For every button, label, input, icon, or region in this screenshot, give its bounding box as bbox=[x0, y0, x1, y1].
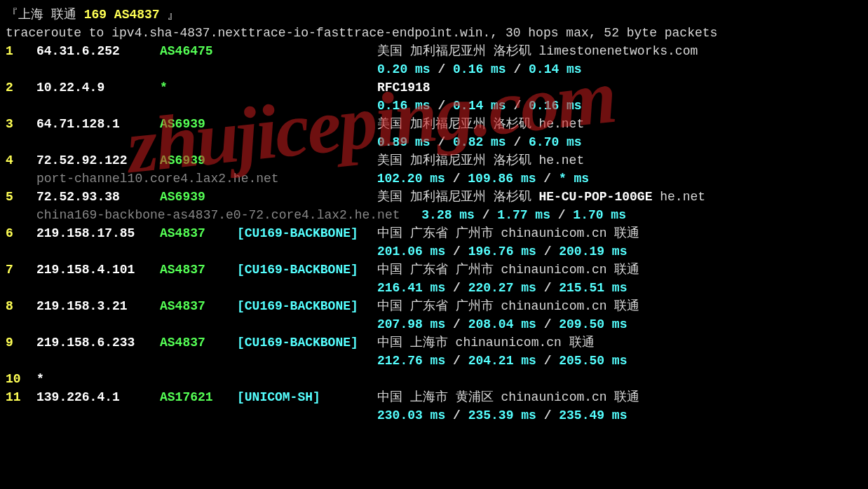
hop-latency: 209.50 ms bbox=[559, 317, 627, 331]
hop-latency: 205.50 ms bbox=[559, 354, 627, 368]
hop-number: 9 bbox=[6, 333, 36, 352]
hop-rfc: RFC1918 bbox=[377, 81, 430, 95]
hop-timing: 207.98 ms / 208.04 ms / 209.50 ms bbox=[377, 315, 627, 333]
hop-row: 8219.158.3.21AS4837[CU169-BACKBONE]中国 广东… bbox=[6, 297, 862, 315]
hop-latency: 1.77 ms bbox=[497, 208, 550, 222]
hop-location: 美国 加利福尼亚州 洛杉矶 bbox=[377, 153, 531, 167]
hop-row: 9219.158.6.233AS4837[CU169-BACKBONE]中国 上… bbox=[6, 333, 862, 352]
latency-separator: / bbox=[506, 99, 529, 113]
latency-separator: / bbox=[475, 208, 497, 222]
hop-link: limestonenetworks.com bbox=[531, 44, 698, 58]
latency-separator: / bbox=[445, 245, 468, 259]
hop-link: chinaunicom.cn 联通 bbox=[494, 226, 640, 240]
hop-number: 6 bbox=[6, 224, 36, 242]
hop-ip: 64.71.128.1 bbox=[36, 115, 160, 133]
hop-number: 7 bbox=[6, 261, 36, 279]
hop-ip: 72.52.92.122 bbox=[36, 151, 160, 170]
hop-ip: 64.31.6.252 bbox=[36, 42, 160, 60]
hop-asn: AS4837 bbox=[160, 261, 237, 279]
latency-separator: / bbox=[506, 135, 529, 149]
hop-asn: AS4837 bbox=[160, 224, 237, 242]
latency-separator: / bbox=[536, 172, 559, 186]
hop-row: 6219.158.17.85AS4837[CU169-BACKBONE]中国 广… bbox=[6, 224, 862, 242]
latency-separator: / bbox=[445, 317, 468, 331]
hop-link: chinaunicom.cn 联通 bbox=[456, 336, 595, 350]
hops-container: 164.31.6.252AS46475美国 加利福尼亚州 洛杉矶 limesto… bbox=[6, 42, 862, 425]
latency-separator: / bbox=[506, 62, 529, 76]
hop-link: he.net bbox=[652, 190, 705, 204]
hop-latency: 216.41 ms bbox=[377, 281, 445, 295]
hop-latency: 215.51 ms bbox=[559, 281, 627, 295]
latency-separator: / bbox=[445, 408, 468, 422]
hop-latency: 200.19 ms bbox=[559, 245, 627, 259]
header-line: 『上海 联通 169 AS4837 』 bbox=[6, 6, 862, 24]
hop-timing-row: 201.06 ms / 196.76 ms / 200.19 ms bbox=[6, 242, 862, 261]
latency-separator: / bbox=[550, 208, 573, 222]
bracket-open: 『 bbox=[6, 8, 18, 22]
terminal-output: 『上海 联通 169 AS4837 』 traceroute to ipv4.s… bbox=[0, 0, 868, 425]
hop-timing: 0.89 ms / 0.82 ms / 6.70 ms bbox=[377, 133, 582, 151]
hop-asn: AS4837 bbox=[160, 297, 237, 315]
hop-latency: 109.86 ms bbox=[468, 172, 536, 186]
hop-latency: 208.04 ms bbox=[468, 317, 536, 331]
hop-ip: 139.226.4.1 bbox=[36, 388, 160, 406]
hop-ip: 219.158.17.85 bbox=[36, 224, 160, 242]
hop-timing: 102.20 ms / 109.86 ms / * ms bbox=[377, 172, 589, 186]
traceroute-command: traceroute to ipv4.sha-4837.nexttrace-io… bbox=[6, 24, 862, 42]
hop-row: 11139.226.4.1AS17621[UNICOM-SH]中国 上海市 黄浦… bbox=[6, 388, 862, 406]
hop-location: 中国 上海市 bbox=[377, 336, 456, 350]
hop-row: 7219.158.4.101AS4837[CU169-BACKBONE]中国 广… bbox=[6, 261, 862, 279]
hop-hostname: port-channel10.core4.lax2.he.net bbox=[36, 172, 279, 186]
hop-latency: 220.27 ms bbox=[468, 281, 536, 295]
hop-hostname-row: port-channel10.core4.lax2.he.net102.20 m… bbox=[6, 170, 862, 188]
hop-ip: 10.22.4.9 bbox=[36, 78, 160, 97]
hop-asn: AS46475 bbox=[160, 42, 237, 60]
hop-location: 中国 上海市 黄浦区 bbox=[377, 390, 494, 404]
hop-latency: 0.16 ms bbox=[453, 62, 506, 76]
hop-latency: 0.14 ms bbox=[453, 99, 506, 113]
hop-latency: * ms bbox=[559, 172, 589, 186]
hop-link: chinaunicom.cn 联通 bbox=[494, 390, 640, 404]
hop-asn: * bbox=[160, 78, 237, 97]
hop-number: 1 bbox=[6, 42, 36, 60]
hop-asn: AS4837 bbox=[160, 333, 237, 352]
hop-backbone-label: [CU169-BACKBONE] bbox=[237, 297, 377, 315]
hop-timing: 3.28 ms / 1.77 ms / 1.70 ms bbox=[421, 208, 626, 222]
header-title: 上海 联通 bbox=[18, 8, 76, 22]
hop-link: he.net bbox=[531, 153, 585, 167]
hop-backbone-label: [UNICOM-SH] bbox=[237, 388, 377, 406]
hop-number: 2 bbox=[6, 78, 36, 97]
hop-ip: 219.158.6.233 bbox=[36, 333, 160, 352]
hop-row: 164.31.6.252AS46475美国 加利福尼亚州 洛杉矶 limesto… bbox=[6, 42, 862, 60]
latency-separator: / bbox=[536, 408, 559, 422]
hop-latency: 207.98 ms bbox=[377, 317, 445, 331]
hop-timing-row: 216.41 ms / 220.27 ms / 215.51 ms bbox=[6, 279, 862, 297]
hop-latency: 212.76 ms bbox=[377, 354, 445, 368]
hop-location: 美国 加利福尼亚州 洛杉矶 bbox=[377, 44, 531, 58]
hop-latency: 0.16 ms bbox=[529, 99, 582, 113]
bracket-close: 』 bbox=[160, 8, 180, 22]
latency-separator: / bbox=[536, 245, 559, 259]
hop-number: 5 bbox=[6, 188, 36, 206]
hop-tag: HE-CU-POP-100GE bbox=[538, 190, 652, 204]
hop-row: 10* bbox=[6, 370, 862, 388]
hop-latency: 6.70 ms bbox=[529, 135, 582, 149]
hop-timing: 230.03 ms / 235.39 ms / 235.49 ms bbox=[377, 406, 627, 425]
hop-timing-row: 0.20 ms / 0.16 ms / 0.14 ms bbox=[6, 60, 862, 78]
hop-hostname: china169-backbone-as4837.e0-72.core4.lax… bbox=[36, 208, 400, 222]
hop-asn: AS6939 bbox=[160, 188, 237, 206]
hop-latency: 196.76 ms bbox=[468, 245, 536, 259]
hop-timing-row: 230.03 ms / 235.39 ms / 235.49 ms bbox=[6, 406, 862, 425]
hop-timing: 0.20 ms / 0.16 ms / 0.14 ms bbox=[377, 60, 582, 78]
hop-link: chinaunicom.cn 联通 bbox=[494, 299, 640, 313]
hop-location: 美国 加利福尼亚州 洛杉矶 bbox=[377, 117, 531, 131]
hop-row: 472.52.92.122AS6939美国 加利福尼亚州 洛杉矶 he.net bbox=[6, 151, 862, 170]
hop-row: 572.52.93.38AS6939美国 加利福尼亚州 洛杉矶 HE-CU-PO… bbox=[6, 188, 862, 206]
hop-timing-row: 0.16 ms / 0.14 ms / 0.16 ms bbox=[6, 97, 862, 115]
latency-separator: / bbox=[430, 62, 453, 76]
hop-latency: 0.16 ms bbox=[377, 99, 430, 113]
hop-hostname-row: china169-backbone-as4837.e0-72.core4.lax… bbox=[6, 206, 862, 224]
hop-number: 4 bbox=[6, 151, 36, 170]
hop-latency: 102.20 ms bbox=[377, 172, 445, 186]
hop-link: chinaunicom.cn 联通 bbox=[494, 263, 640, 277]
